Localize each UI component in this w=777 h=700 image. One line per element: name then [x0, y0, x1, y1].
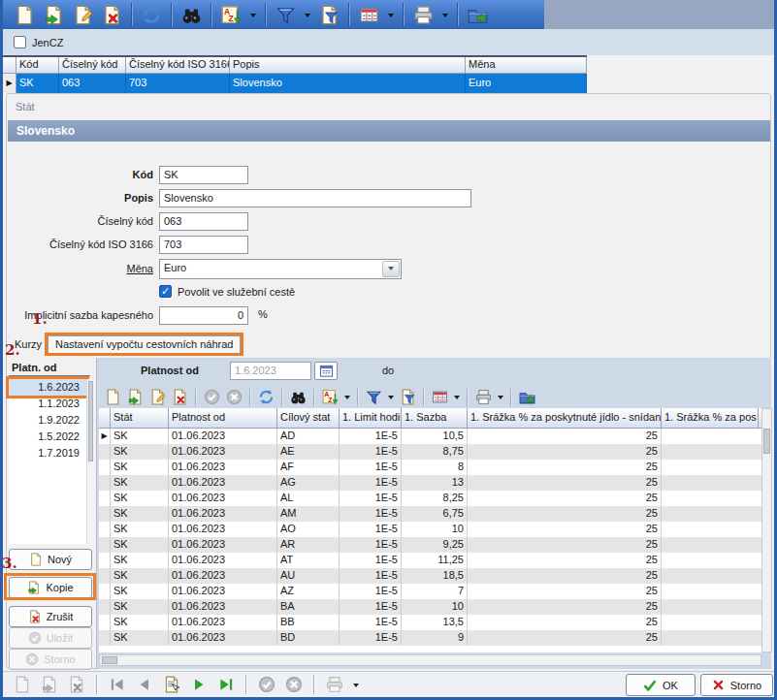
last-record-button[interactable]: [214, 674, 238, 695]
zrusit-button[interactable]: Zrušit: [9, 606, 92, 627]
date-list-item[interactable]: 1.5.2022: [9, 429, 86, 445]
povolit-checkbox[interactable]: [159, 285, 172, 298]
print-dropdown[interactable]: [439, 2, 451, 27]
columns-dropdown[interactable]: [452, 392, 462, 402]
column-header-iso[interactable]: Číselný kód ISO 3166: [126, 57, 230, 74]
kapesne-field[interactable]: 0: [159, 306, 248, 325]
scrollbar-thumb[interactable]: [102, 656, 117, 664]
browse-button[interactable]: [160, 674, 183, 695]
copy-button[interactable]: [125, 387, 146, 407]
print-dropdown[interactable]: [496, 392, 505, 402]
new-button[interactable]: [103, 387, 123, 407]
table-row[interactable]: SK 01.06.2023 AT 1E-5 11,25 25: [99, 553, 761, 568]
table-row[interactable]: SK 01.06.2023 AO 1E-5 10 25: [99, 522, 761, 537]
platnost-od-input[interactable]: 1.6.2023: [230, 362, 311, 380]
find-button[interactable]: [288, 387, 308, 407]
scrollbar-thumb[interactable]: [763, 429, 770, 454]
kod-field[interactable]: SK: [159, 166, 248, 184]
delete-button[interactable]: [170, 387, 190, 407]
date-list-item[interactable]: 1.9.2022: [9, 412, 86, 429]
cell-ciselny-kod: 063: [59, 74, 126, 93]
novy-button[interactable]: Nový: [9, 549, 92, 570]
column-header-platnost-od[interactable]: Platnost od: [169, 408, 277, 428]
table-row[interactable]: SK 01.06.2023 AG 1E-5 13 25: [99, 475, 761, 491]
horizontal-scrollbar[interactable]: [99, 654, 761, 666]
export-button[interactable]: [465, 2, 491, 27]
date-list-item[interactable]: 1.1.2023: [9, 396, 86, 412]
print-button[interactable]: [323, 674, 346, 695]
filter-dropdown[interactable]: [302, 2, 313, 27]
table-row[interactable]: ▶ SK 063 703 Slovensko Euro: [3, 74, 587, 93]
ciselny-kod-field[interactable]: 063: [159, 212, 248, 231]
vertical-scrollbar[interactable]: [761, 408, 772, 652]
scrollbar-thumb[interactable]: [88, 381, 93, 461]
next-record-button[interactable]: [187, 674, 210, 695]
table-row[interactable]: SK 01.06.2023 AR 1E-5 9,25 25: [99, 537, 761, 553]
column-header-srazka-snidane[interactable]: 1. Srážka % za poskytnuté jídlo - snídan…: [468, 408, 662, 428]
filter-values-button[interactable]: [398, 387, 418, 407]
sort-az-dropdown[interactable]: [342, 392, 352, 402]
filter-values-button[interactable]: [316, 2, 342, 27]
date-list-item[interactable]: 1.7.2019: [9, 445, 86, 461]
mena-combobox[interactable]: Euro: [159, 259, 402, 279]
column-header-cilovy-stat[interactable]: Cílový stat: [277, 408, 340, 428]
edit-button[interactable]: [147, 387, 168, 407]
filter-button[interactable]: [364, 387, 384, 407]
popis-field[interactable]: Slovensko: [159, 189, 471, 207]
table-row[interactable]: SK 01.06.2023 AE 1E-5 8,75 25: [99, 444, 761, 460]
sort-az-button[interactable]: [320, 387, 340, 407]
cell-stat: SK: [111, 460, 169, 475]
refresh-button[interactable]: [256, 387, 276, 407]
first-record-button[interactable]: [106, 674, 129, 695]
delete-button[interactable]: [99, 2, 125, 27]
print-dropdown[interactable]: [350, 672, 362, 697]
kopie-button[interactable]: Kopie: [9, 577, 92, 598]
platnod-column-header[interactable]: Platn. od: [9, 362, 90, 376]
table-row[interactable]: SK 01.06.2023 BD 1E-5 9 25: [99, 630, 761, 646]
cell-stat: SK: [111, 537, 169, 553]
tab-nastaveni-nahrad[interactable]: Nastavení vypočtu cestovních náhrad: [48, 335, 241, 353]
column-header-sazba[interactable]: 1. Sazba: [402, 408, 468, 428]
mena-dropdown-button[interactable]: [382, 261, 400, 277]
ok-button[interactable]: OK: [626, 674, 696, 696]
filter-dropdown[interactable]: [386, 392, 396, 402]
export-button[interactable]: [517, 387, 537, 407]
new-button[interactable]: [12, 2, 38, 27]
column-header-kod[interactable]: Kód: [16, 57, 59, 74]
table-row[interactable]: SK 01.06.2023 AM 1E-5 6,75 25: [99, 506, 761, 522]
table-row[interactable]: SK 01.06.2023 AU 1E-5 18,5 25: [99, 568, 761, 584]
sort-az-button[interactable]: [218, 2, 244, 27]
table-row[interactable]: SK 01.06.2023 AL 1E-5 8,25 25: [99, 491, 761, 506]
column-header-stat[interactable]: Stát: [111, 408, 169, 428]
columns-dropdown[interactable]: [385, 2, 397, 27]
sort-az-dropdown[interactable]: [247, 2, 259, 27]
iso-field[interactable]: 703: [159, 236, 248, 254]
column-header-srazka-pos[interactable]: 1. Srážka % za pos: [662, 408, 759, 428]
columns-button[interactable]: [430, 387, 450, 407]
columns-button[interactable]: [356, 2, 382, 27]
print-button[interactable]: [473, 387, 494, 407]
table-row[interactable]: SK 01.06.2023 BA 1E-5 10 25: [99, 599, 761, 615]
table-row[interactable]: SK 01.06.2023 BB 1E-5 13,5 25: [99, 615, 761, 630]
date-list-item[interactable]: 1.6.2023: [9, 379, 86, 396]
find-button[interactable]: [178, 2, 205, 27]
column-header-ciselny-kod[interactable]: Číselný kód: [59, 57, 126, 74]
table-row[interactable]: SK 01.06.2023 AZ 1E-5 7 25: [99, 584, 761, 599]
refresh-button[interactable]: [139, 2, 165, 27]
copy-button[interactable]: [41, 2, 67, 27]
table-row[interactable]: SK 01.06.2023 AF 1E-5 8 25: [99, 460, 761, 475]
filter-button[interactable]: [273, 2, 299, 27]
calendar-button[interactable]: [314, 362, 338, 380]
rates-table-header: Stát Platnost od Cílový stat 1. Limit ho…: [99, 408, 761, 429]
mena-label[interactable]: Měna: [15, 260, 153, 278]
previous-record-button[interactable]: [133, 674, 156, 695]
edit-button[interactable]: [70, 2, 96, 27]
print-button[interactable]: [410, 2, 437, 27]
column-header-mena[interactable]: Měna: [466, 57, 587, 74]
jencz-checkbox[interactable]: [14, 36, 26, 48]
date-list-scrollbar[interactable]: [86, 379, 94, 544]
storno-button[interactable]: Storno: [700, 674, 773, 696]
column-header-popis[interactable]: Popis: [230, 57, 466, 74]
table-row[interactable]: SK 01.06.2023 AD 1E-5 10,5 25: [99, 429, 761, 444]
column-header-limit-hodin[interactable]: 1. Limit hodin: [340, 408, 402, 428]
